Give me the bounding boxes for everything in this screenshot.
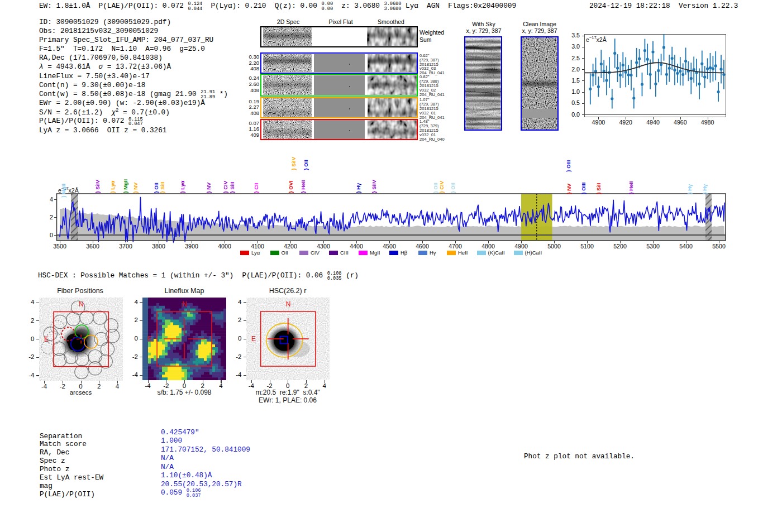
- svg-text:} CIV: } CIV: [222, 180, 228, 193]
- svg-text:} OIII: } OIII: [565, 160, 571, 172]
- svg-text:} OVI: } OVI: [288, 181, 294, 193]
- svg-text:} MgII: } MgII: [122, 179, 128, 193]
- svg-text:} OII: } OII: [450, 183, 456, 193]
- svg-text:} SiIV: } SiIV: [371, 179, 377, 193]
- svg-text:} NV: } NV: [566, 183, 572, 194]
- svg-text:} SiII: } SiII: [229, 182, 235, 193]
- svg-text:} Hγ: } Hγ: [355, 183, 361, 193]
- svg-text:} OIII: } OIII: [580, 183, 586, 194]
- svg-text:} SiII: } SiII: [159, 182, 165, 193]
- svg-text:} SiIV: } SiIV: [94, 179, 101, 193]
- svg-text:N: N: [79, 300, 84, 308]
- svg-text:} CII: } CII: [253, 183, 259, 193]
- svg-text:N: N: [285, 300, 290, 308]
- svg-text:E: E: [147, 335, 152, 343]
- svg-text:} NV: } NV: [132, 182, 139, 193]
- svg-text:} CIV: } CIV: [438, 180, 445, 193]
- svg-text:} NV: } NV: [206, 182, 212, 193]
- svg-text:} OII: } OII: [153, 183, 159, 193]
- svg-text:} OII: } OII: [432, 183, 438, 193]
- svg-text:} Lyα: } Lyα: [179, 180, 185, 193]
- svg-text:} OII: } OII: [303, 160, 309, 170]
- svg-text:} HeII: } HeII: [628, 181, 634, 194]
- svg-text:} Lyα: } Lyα: [109, 180, 116, 193]
- svg-text:} Hγ: } Hγ: [686, 184, 693, 194]
- svg-text:} Hγ: } Hγ: [702, 184, 708, 194]
- svg-text:N: N: [182, 300, 187, 308]
- svg-text:} SiII: } SiII: [595, 183, 602, 194]
- svg-text:} HeII: } HeII: [300, 180, 306, 193]
- svg-text:} MgII: } MgII: [60, 184, 66, 198]
- svg-text:} SiIV: } SiIV: [290, 156, 297, 170]
- svg-text:E: E: [44, 335, 49, 343]
- svg-text:E: E: [251, 335, 256, 343]
